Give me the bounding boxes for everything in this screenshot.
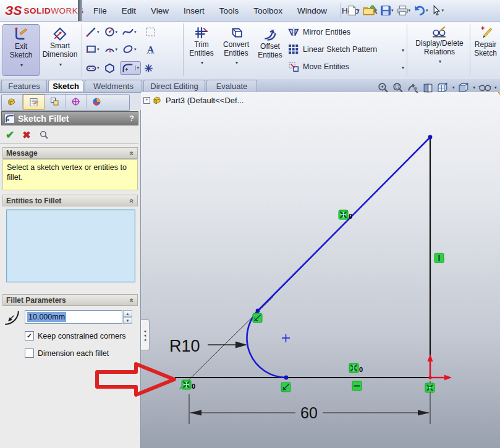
save-dropdown-caret[interactable]: ▾ — [391, 8, 394, 13]
propertymanager-tab[interactable] — [23, 95, 44, 110]
relation-vertical-icon[interactable] — [434, 253, 444, 263]
ellipse-tool-caret[interactable]: ▾ — [134, 47, 137, 52]
sketch-origin[interactable] — [428, 354, 452, 381]
ok-button[interactable]: ✔ — [6, 129, 14, 142]
spline-tool-icon[interactable] — [122, 27, 134, 37]
cancel-button[interactable]: ✖ — [22, 129, 30, 141]
arc-tool-caret[interactable]: ▾ — [116, 47, 118, 52]
open-dropdown-caret[interactable]: ▾ — [375, 8, 378, 13]
fillet-radius-input[interactable]: 10.000mm — [25, 310, 122, 324]
sketch-picture-icon[interactable] — [145, 27, 156, 37]
fillet-radius-value[interactable]: 10.000mm — [27, 312, 66, 322]
mirror-entities-button[interactable]: Mirror Entities — [288, 27, 350, 38]
text-tool-icon[interactable]: A — [145, 44, 156, 54]
rectangle-tool-icon[interactable] — [85, 44, 97, 54]
move-entities-button[interactable]: Move Entities — [288, 61, 349, 72]
menu-toolbox[interactable]: Toolbox — [247, 4, 289, 18]
zoom-to-fit-icon[interactable] — [377, 82, 389, 94]
offset-entities-button[interactable]: Offset Entities — [255, 28, 286, 72]
line-tool-icon[interactable] — [85, 27, 97, 37]
linear-pattern-caret[interactable]: ▾ — [402, 48, 404, 53]
repair-sketch-button[interactable]: Repair Sketch — [472, 24, 499, 75]
dimension-r10-text[interactable]: R10 — [169, 337, 200, 355]
tab-direct-editing[interactable]: Direct Editing — [143, 80, 205, 91]
menu-view[interactable]: View — [144, 4, 176, 18]
dimension-60[interactable]: 60 — [190, 404, 430, 421]
spinner-down-icon[interactable]: ▼ — [123, 317, 132, 324]
tab-features[interactable]: Features — [1, 80, 47, 91]
section-view-icon[interactable] — [422, 82, 434, 94]
displaymanager-tab[interactable] — [87, 95, 107, 109]
entities-group-header[interactable]: Entities to Fillet « — [2, 195, 138, 206]
relation-tangent-top-icon[interactable] — [253, 313, 262, 323]
print-button[interactable]: ▾ — [396, 4, 412, 17]
view-orientation-icon[interactable] — [437, 82, 449, 94]
dimension-each-fillet-row[interactable]: Dimension each fillet — [25, 349, 109, 358]
menu-edit[interactable]: Edit — [115, 4, 143, 18]
dimension-60-text[interactable]: 60 — [300, 404, 318, 421]
relation-marker-0-blue-line[interactable]: 0 — [339, 210, 352, 220]
sketch-fillet-caret[interactable]: ▾ — [135, 66, 140, 70]
smart-dimension-button[interactable]: Smart Dimension ▾ — [41, 24, 79, 76]
tab-evaluate[interactable]: Evaluate — [206, 80, 257, 91]
sketch-point-apex[interactable] — [428, 135, 433, 140]
circle-tool-icon[interactable] — [104, 27, 116, 37]
display-delete-caret[interactable]: ▾ — [439, 59, 441, 64]
message-group-header[interactable]: Message « — [2, 147, 138, 159]
keep-constrained-corners-row[interactable]: ✓ Keep constrained corners — [25, 331, 125, 340]
entities-selection-listbox[interactable] — [6, 209, 135, 282]
exit-sketch-caret[interactable]: ▾ — [20, 62, 23, 68]
exit-sketch-button[interactable]: Exit Sketch ▾ — [2, 24, 40, 76]
ellipse-tool-icon[interactable] — [122, 44, 134, 54]
sketch-canvas[interactable]: 60 R10 — [141, 92, 500, 448]
open-folder-button[interactable]: ▾ — [362, 4, 379, 17]
angled-sketch-line-selected[interactable] — [258, 137, 430, 311]
tab-weldments[interactable]: Weldments — [85, 80, 142, 91]
sketch-point-tangent-bottom[interactable] — [284, 376, 289, 380]
smart-dimension-caret[interactable]: ▾ — [59, 62, 62, 67]
menu-insert[interactable]: Insert — [177, 4, 211, 18]
relation-tangent-bottom-icon[interactable] — [281, 382, 290, 392]
display-style-caret[interactable]: ▾ — [473, 85, 476, 90]
point-tool-icon[interactable] — [143, 63, 154, 74]
relation-coincident-origin-icon[interactable] — [425, 383, 434, 392]
featuremanager-tab[interactable] — [2, 95, 23, 109]
circle-tool-caret[interactable]: ▾ — [116, 30, 118, 35]
display-delete-relations-button[interactable]: Display/Delete Relations ▾ — [409, 24, 470, 75]
display-style-icon[interactable] — [458, 82, 470, 94]
configurationmanager-tab[interactable] — [44, 95, 66, 109]
print-dropdown-caret[interactable]: ▾ — [409, 8, 411, 13]
hide-show-items-caret[interactable]: ▾ — [494, 85, 497, 90]
linear-pattern-button[interactable]: Linear Sketch Pattern — [288, 44, 377, 55]
collapse-chevron-icon[interactable]: « — [128, 198, 137, 203]
convert-entities-button[interactable]: Convert Entities ▾ — [219, 24, 253, 75]
spinner-up-icon[interactable]: ▲ — [123, 310, 132, 317]
radius-spinner[interactable]: ▲ ▼ — [123, 310, 132, 324]
menu-window[interactable]: Window — [290, 4, 334, 18]
arc-tool-icon[interactable] — [104, 44, 116, 54]
collapse-chevron-icon[interactable]: « — [128, 151, 137, 155]
graphics-viewport[interactable]: 60 R10 — [141, 92, 500, 448]
slot-tool-icon[interactable] — [85, 63, 97, 74]
menu-file[interactable]: File — [87, 4, 114, 18]
detailed-preview-icon[interactable] — [39, 130, 49, 140]
rectangle-tool-caret[interactable]: ▾ — [97, 47, 100, 52]
collapse-chevron-icon[interactable]: « — [128, 298, 137, 302]
line-tool-caret[interactable]: ▾ — [97, 30, 100, 35]
sketch-point-tangent-top[interactable] — [256, 309, 260, 313]
relation-marker-0-bottom-line[interactable]: 0 — [349, 363, 363, 373]
fillet-parameters-group-header[interactable]: Fillet Parameters « — [2, 294, 138, 306]
select-dropdown-caret[interactable]: ▾ — [442, 8, 444, 13]
rotate-view-icon[interactable] — [407, 82, 419, 94]
polygon-tool-icon[interactable] — [104, 63, 116, 74]
tree-expand-icon[interactable]: + — [143, 97, 150, 104]
new-dropdown-caret[interactable]: ▾ — [357, 8, 360, 13]
trim-caret[interactable]: ▾ — [201, 60, 203, 66]
dimxpertmanager-tab[interactable] — [66, 95, 87, 109]
menu-tools[interactable]: Tools — [213, 4, 246, 18]
dimension-r10[interactable]: R10 — [169, 337, 247, 355]
relation-horizontal-icon[interactable] — [352, 381, 362, 391]
view-orientation-caret[interactable]: ▾ — [452, 85, 455, 90]
tree-part-label[interactable]: Part3 (Default<<Def... — [166, 96, 244, 105]
relation-marker-0-left-corner[interactable]: 0 — [182, 380, 195, 390]
